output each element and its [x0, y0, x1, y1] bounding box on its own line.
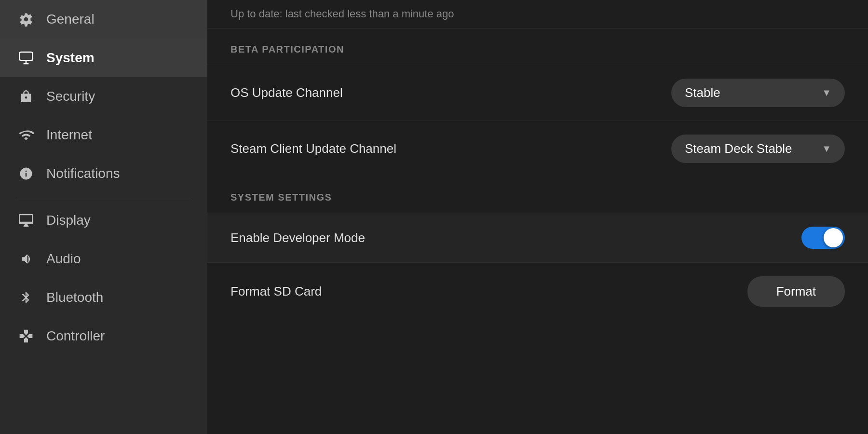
format-sd-card-label: Format SD Card	[231, 284, 322, 299]
sidebar-item-bluetooth[interactable]: Bluetooth	[0, 278, 207, 317]
lock-icon	[17, 88, 35, 105]
beta-participation-header: BETA PARTICIPATION	[207, 28, 868, 65]
dropdown-arrow-2-icon: ▼	[822, 143, 831, 154]
steam-client-update-channel-dropdown[interactable]: Steam Deck Stable ▼	[671, 135, 845, 163]
bluetooth-icon	[17, 289, 35, 306]
sidebar-item-system-label: System	[46, 50, 95, 66]
sidebar-item-system[interactable]: System	[0, 39, 207, 77]
os-update-channel-label: OS Update Channel	[231, 85, 343, 100]
sidebar-item-security[interactable]: Security	[0, 77, 207, 116]
status-text: Up to date: last checked less than a min…	[231, 8, 454, 20]
os-update-channel-value: Stable	[685, 85, 720, 100]
steam-client-update-channel-row: Steam Client Update Channel Steam Deck S…	[207, 121, 868, 176]
top-status: Up to date: last checked less than a min…	[207, 0, 868, 28]
sidebar-item-audio[interactable]: Audio	[0, 240, 207, 278]
sidebar-item-controller-label: Controller	[46, 328, 105, 344]
sidebar-item-display-label: Display	[46, 213, 91, 228]
toggle-knob	[824, 228, 843, 247]
wifi-icon	[17, 126, 35, 144]
format-sd-card-row: Format SD Card Format	[207, 262, 868, 320]
steam-client-update-channel-value: Steam Deck Stable	[685, 141, 792, 156]
sidebar-item-security-label: Security	[46, 89, 95, 104]
sidebar-item-internet-label: Internet	[46, 127, 92, 143]
main-content: Up to date: last checked less than a min…	[207, 0, 868, 434]
os-update-channel-row: OS Update Channel Stable ▼	[207, 65, 868, 121]
sidebar-divider	[17, 197, 190, 197]
controller-icon	[17, 327, 35, 345]
svg-rect-0	[20, 52, 33, 60]
dropdown-arrow-icon: ▼	[822, 87, 831, 98]
sidebar-item-notifications-label: Notifications	[46, 166, 120, 181]
sidebar-item-notifications[interactable]: Notifications	[0, 154, 207, 193]
system-settings-section: SYSTEM SETTINGS Enable Developer Mode Fo…	[207, 176, 868, 320]
sidebar-item-audio-label: Audio	[46, 251, 81, 267]
enable-developer-mode-row: Enable Developer Mode	[207, 213, 868, 262]
beta-participation-section: BETA PARTICIPATION OS Update Channel Sta…	[207, 28, 868, 176]
os-update-channel-dropdown[interactable]: Stable ▼	[671, 79, 845, 107]
enable-developer-mode-toggle[interactable]	[801, 227, 845, 249]
sidebar: General System Security Internet	[0, 0, 207, 434]
display-icon	[17, 212, 35, 229]
system-icon	[17, 49, 35, 67]
sidebar-item-general[interactable]: General	[0, 0, 207, 39]
info-icon	[17, 165, 35, 182]
gear-icon	[17, 11, 35, 28]
enable-developer-mode-label: Enable Developer Mode	[231, 231, 365, 245]
sidebar-item-controller[interactable]: Controller	[0, 317, 207, 355]
sidebar-item-general-label: General	[46, 12, 95, 27]
sidebar-item-display[interactable]: Display	[0, 201, 207, 240]
sidebar-item-bluetooth-label: Bluetooth	[46, 290, 103, 305]
system-settings-header: SYSTEM SETTINGS	[207, 176, 868, 213]
steam-client-update-channel-label: Steam Client Update Channel	[231, 141, 396, 156]
sidebar-item-internet[interactable]: Internet	[0, 116, 207, 154]
format-sd-card-button[interactable]: Format	[747, 276, 845, 307]
audio-icon	[17, 250, 35, 268]
